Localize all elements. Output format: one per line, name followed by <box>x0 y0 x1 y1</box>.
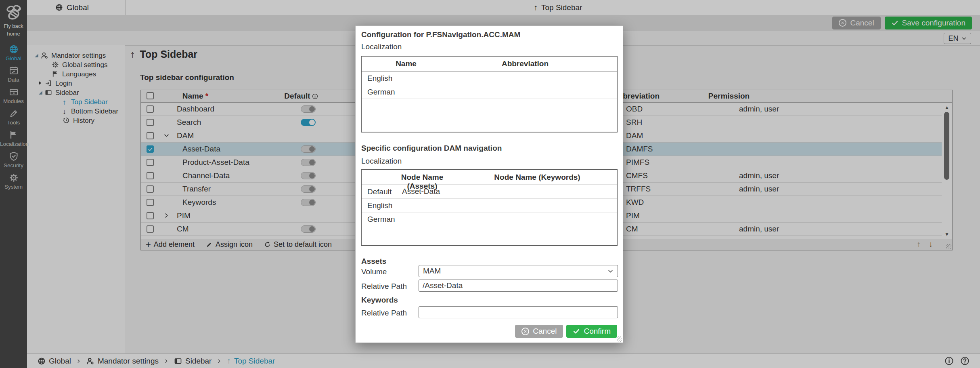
volume-select[interactable]: MAM <box>419 265 618 277</box>
keywords-section-label: Keywords <box>361 296 398 305</box>
localization-row-english[interactable]: English <box>362 71 617 85</box>
row-language-label: German <box>367 215 395 224</box>
chevron-down-icon <box>607 268 614 274</box>
localization-row-german[interactable]: German <box>362 85 617 99</box>
column-header-name: Name <box>376 59 436 68</box>
check-icon <box>573 328 580 335</box>
node-name-assets-value[interactable]: Asset-Data <box>402 187 440 196</box>
row-language-label: German <box>367 88 395 97</box>
dialog-confirm-label: Confirm <box>584 327 611 336</box>
localization-table: Name Abbreviation English German <box>361 56 618 132</box>
dam-navigation-table: Node Name (Assets) Node Name (Keywords) … <box>361 169 618 246</box>
keywords-relative-path-label: Relative Path <box>361 309 407 318</box>
row-language-label: Default <box>367 187 392 196</box>
nav-row-english[interactable]: English <box>362 199 617 212</box>
configuration-dialog: Configuration for P.FSNavigation.ACC.MAM… <box>355 25 623 343</box>
localization-label-2: Localization <box>361 157 402 166</box>
assets-section-label: Assets <box>361 257 386 266</box>
dialog-confirm-button[interactable]: Confirm <box>566 325 617 338</box>
application-window: Fly back home Global Data Modules Tools … <box>0 0 980 368</box>
nav-row-german[interactable]: German <box>362 212 617 226</box>
x-circle-icon <box>521 328 529 335</box>
dialog-title: Configuration for P.FSNavigation.ACC.MAM <box>361 30 520 39</box>
dialog-cancel-label: Cancel <box>533 327 557 336</box>
localization-label: Localization <box>361 42 402 51</box>
row-language-label: English <box>367 74 392 83</box>
localization-table-header: Name Abbreviation <box>362 57 617 71</box>
column-header-node-name-keywords: Node Name (Keywords) <box>483 173 592 182</box>
relative-path-label: Relative Path <box>361 282 407 291</box>
row-language-label: English <box>367 201 392 210</box>
column-header-abbreviation: Abbreviation <box>467 59 584 68</box>
nav-row-default[interactable]: Default Asset-Data <box>362 185 617 199</box>
volume-label: Volume <box>361 267 387 276</box>
specific-configuration-label: Specific configuration DAM navigation <box>361 144 502 153</box>
dialog-cancel-button[interactable]: Cancel <box>515 325 563 338</box>
assets-relative-path-input[interactable] <box>419 280 618 292</box>
dialog-resize-handle[interactable] <box>617 336 622 342</box>
volume-value: MAM <box>423 267 441 275</box>
dam-navigation-table-header: Node Name (Assets) Node Name (Keywords) <box>362 170 617 185</box>
keywords-relative-path-input[interactable] <box>419 306 618 318</box>
